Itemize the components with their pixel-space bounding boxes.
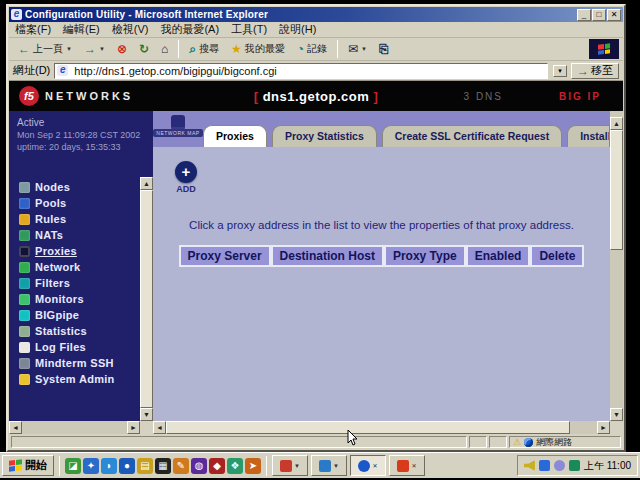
sidebar-item-pools[interactable]: Pools <box>9 195 140 211</box>
menu-view[interactable]: 檢視(V) <box>112 22 149 37</box>
hostname-text: dns1.getop.com <box>263 89 370 104</box>
quick-launch-icon[interactable]: ✎ <box>173 458 189 474</box>
bracket: [ <box>254 89 259 104</box>
close-button[interactable]: ✕ <box>607 9 621 21</box>
main-vertical-scrollbar[interactable]: ▲ ▼ <box>610 111 623 421</box>
stop-button[interactable]: ⊗ <box>112 41 132 57</box>
windows-start-icon <box>9 459 22 471</box>
add-label: ADD <box>171 184 201 194</box>
scroll-down-icon[interactable]: ▼ <box>610 408 623 421</box>
menu-tools[interactable]: 工具(T) <box>231 22 267 37</box>
history-button[interactable]: ◔ 記錄 <box>292 40 332 58</box>
tab-proxies[interactable]: Proxies <box>203 125 267 147</box>
sidebar-item-log-files[interactable]: Log Files <box>9 339 140 355</box>
sidebar-horizontal-scrollbar[interactable]: ◄ ► <box>9 421 140 434</box>
scroll-down-icon[interactable]: ▼ <box>140 408 153 421</box>
menu-bar: 檔案(F) 編輯(E) 檢視(V) 我的最愛(A) 工具(T) 說明(H) <box>9 22 623 38</box>
menu-help[interactable]: 說明(H) <box>279 22 316 37</box>
volume-icon[interactable] <box>524 460 535 471</box>
scroll-right-icon[interactable]: ► <box>127 421 140 434</box>
sidebar-item-label: Rules <box>35 213 66 225</box>
forward-button[interactable]: → ▼ <box>79 41 110 57</box>
task-close-icon: ✕ <box>411 462 416 469</box>
taskbar-separator <box>266 456 267 476</box>
status-pane <box>469 436 487 448</box>
scroll-up-icon[interactable]: ▲ <box>140 177 153 190</box>
scroll-right-icon[interactable]: ► <box>597 421 610 434</box>
scroll-left-icon[interactable]: ◄ <box>9 421 22 434</box>
quick-launch-icon[interactable]: ● <box>119 458 135 474</box>
back-dropdown-icon[interactable]: ▼ <box>66 46 72 52</box>
quick-launch-icon[interactable]: ▦ <box>155 458 171 474</box>
quick-launch-icon[interactable]: ◍ <box>191 458 207 474</box>
scrollbar-thumb[interactable] <box>166 421 570 434</box>
page-icon: e <box>57 65 68 76</box>
sidebar-item-monitors[interactable]: Monitors <box>9 291 140 307</box>
task-button[interactable]: ▼ <box>311 455 347 476</box>
sidebar-item-network[interactable]: Network <box>9 259 140 275</box>
quick-launch-icon[interactable]: ◆ <box>209 458 225 474</box>
scrollbar-thumb[interactable] <box>140 190 153 408</box>
sidebar-item-nats[interactable]: NATs <box>9 227 140 243</box>
search-button[interactable]: ⌕ 搜尋 <box>184 40 224 58</box>
scroll-left-icon[interactable]: ◄ <box>153 421 166 434</box>
sidebar-item-nodes[interactable]: Nodes <box>9 179 140 195</box>
tray-icon[interactable] <box>569 460 580 471</box>
sidebar-item-proxies[interactable]: Proxies <box>9 243 140 259</box>
address-dropdown-button[interactable]: ▼ <box>553 65 567 77</box>
tray-icon[interactable] <box>554 460 565 471</box>
network-map-button[interactable]: NETWORK MAP <box>153 111 203 137</box>
menu-edit[interactable]: 編輯(E) <box>63 22 100 37</box>
quick-launch-icon[interactable]: ▤ <box>137 458 153 474</box>
tab-proxy-statistics[interactable]: Proxy Statistics <box>272 125 377 147</box>
proxies-content: + ADD Click a proxy address in the list … <box>153 147 610 421</box>
statistics-icon <box>19 326 30 337</box>
quick-launch-icon[interactable]: ◪ <box>65 458 81 474</box>
sidebar-item-rules[interactable]: Rules <box>9 211 140 227</box>
sidebar-item-filters[interactable]: Filters <box>9 275 140 291</box>
favorites-button[interactable]: ★ 我的最愛 <box>226 40 290 58</box>
forward-dropdown-icon[interactable]: ▼ <box>99 46 105 52</box>
quick-launch-icon[interactable]: ❖ <box>227 458 243 474</box>
add-icon: + <box>175 161 197 183</box>
sidebar-item-mindterm-ssh[interactable]: Mindterm SSH <box>9 355 140 371</box>
scrollbar-thumb[interactable] <box>610 130 623 250</box>
print-button[interactable]: ⎘ <box>374 41 394 57</box>
quick-launch-icon[interactable]: ◗ <box>101 458 117 474</box>
task-button-active[interactable]: ✕ <box>350 455 386 476</box>
menu-file[interactable]: 檔案(F) <box>15 22 51 37</box>
print-icon: ⎘ <box>379 43 389 55</box>
title-bar[interactable]: e Configuration Utility - Microsoft Inte… <box>9 7 623 22</box>
scroll-up-icon[interactable]: ▲ <box>610 117 623 130</box>
task-button[interactable]: ▼ <box>272 455 308 476</box>
taskbar: 開始 ◪ ✦ ◗ ● ▤ ▦ ✎ ◍ ◆ ❖ ➤ ▼ ▼ ✕ ✕ 上午 11:0… <box>0 452 640 478</box>
status-datetime: Mon Sep 2 11:09:28 CST 2002 <box>17 129 149 141</box>
mail-dropdown-icon[interactable]: ▼ <box>361 46 367 52</box>
minimize-button[interactable]: _ <box>577 9 591 21</box>
go-button[interactable]: → 移至 <box>571 63 619 79</box>
sidebar-item-statistics[interactable]: Statistics <box>9 323 140 339</box>
ie-window: e Configuration Utility - Microsoft Inte… <box>6 4 626 452</box>
add-proxy-button[interactable]: + ADD <box>171 161 201 194</box>
search-icon: ⌕ <box>189 43 196 55</box>
tab-install-ssl-certificate[interactable]: Install SSL Certifi <box>567 125 610 147</box>
home-button[interactable]: ⌂ <box>156 41 173 57</box>
sidebar-item-bigpipe[interactable]: BIGpipe <box>9 307 140 323</box>
sidebar-item-label: Filters <box>35 277 70 289</box>
tab-create-ssl-certificate-request[interactable]: Create SSL Certificate Request <box>382 125 562 147</box>
nodes-icon <box>19 182 30 193</box>
main-horizontal-scrollbar[interactable]: ◄ ► <box>153 421 610 434</box>
maximize-button[interactable]: □ <box>592 9 606 21</box>
menu-favorites[interactable]: 我的最愛(A) <box>160 22 219 37</box>
quick-launch-icon[interactable]: ➤ <box>245 458 261 474</box>
tray-icon[interactable] <box>539 460 550 471</box>
mail-button[interactable]: ✉ ▼ <box>343 41 372 57</box>
quick-launch-icon[interactable]: ✦ <box>83 458 99 474</box>
back-button[interactable]: ← 上一頁 ▼ <box>13 40 77 58</box>
refresh-button[interactable]: ↻ <box>134 41 154 57</box>
task-button[interactable]: ✕ <box>389 455 425 476</box>
start-button[interactable]: 開始 <box>2 455 54 476</box>
sidebar-item-system-admin[interactable]: System Admin <box>9 371 140 387</box>
address-input[interactable]: e http://dns1.getop.com/bigipgui/bigconf… <box>54 63 548 79</box>
sidebar-vertical-scrollbar[interactable]: ▲ ▼ <box>140 177 153 421</box>
